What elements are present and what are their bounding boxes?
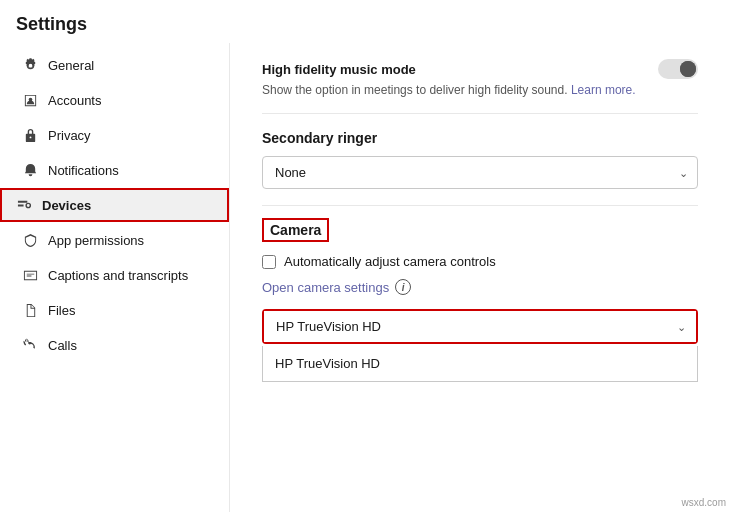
sidebar-item-privacy-label: Privacy xyxy=(48,128,91,143)
sidebar-item-privacy[interactable]: Privacy xyxy=(6,118,223,152)
learn-more-link[interactable]: Learn more. xyxy=(571,83,636,97)
person-square-icon xyxy=(22,92,38,108)
sidebar-item-files-label: Files xyxy=(48,303,75,318)
open-camera-settings-link[interactable]: Open camera settings xyxy=(262,280,389,295)
auto-adjust-label: Automatically adjust camera controls xyxy=(284,254,496,269)
shield-icon xyxy=(22,232,38,248)
high-fidelity-toggle[interactable] xyxy=(658,59,698,79)
camera-dropdown-option[interactable]: HP TrueVision HD xyxy=(262,346,698,382)
lock-icon xyxy=(22,127,38,143)
camera-dropdown[interactable]: HP TrueVision HD xyxy=(264,311,696,342)
bell-icon xyxy=(22,162,38,178)
page-title: Settings xyxy=(0,0,730,43)
sidebar-item-accounts[interactable]: Accounts xyxy=(6,83,223,117)
sidebar-item-general-label: General xyxy=(48,58,94,73)
open-camera-settings-row: Open camera settings i xyxy=(262,279,698,295)
sidebar-item-devices[interactable]: Devices xyxy=(0,188,229,222)
sidebar-item-devices-label: Devices xyxy=(42,198,91,213)
high-fidelity-desc: Show the option in meetings to deliver h… xyxy=(262,83,698,97)
caption-icon xyxy=(22,267,38,283)
high-fidelity-label: High fidelity music mode xyxy=(262,62,416,77)
secondary-ringer-section: Secondary ringer None Default Speaker ⌄ xyxy=(262,114,698,206)
gear-icon xyxy=(22,57,38,73)
sidebar-item-files[interactable]: Files xyxy=(6,293,223,327)
sidebar: General Accounts Privacy xyxy=(0,43,230,512)
sidebar-item-captions[interactable]: Captions and transcripts xyxy=(6,258,223,292)
info-icon[interactable]: i xyxy=(395,279,411,295)
secondary-ringer-dropdown[interactable]: None Default Speaker xyxy=(262,156,698,189)
sidebar-item-app-permissions[interactable]: App permissions xyxy=(6,223,223,257)
auto-adjust-checkbox[interactable] xyxy=(262,255,276,269)
watermark: wsxd.com xyxy=(682,497,726,508)
camera-label: Camera xyxy=(262,218,329,242)
file-icon xyxy=(22,302,38,318)
content-area: High fidelity music mode Show the option… xyxy=(230,43,730,512)
devices-icon xyxy=(16,197,32,213)
main-layout: General Accounts Privacy xyxy=(0,43,730,512)
sidebar-item-calls-label: Calls xyxy=(48,338,77,353)
high-fidelity-section: High fidelity music mode Show the option… xyxy=(262,43,698,114)
auto-adjust-row: Automatically adjust camera controls xyxy=(262,254,698,269)
phone-icon xyxy=(22,337,38,353)
camera-dropdown-wrapper: HP TrueVision HD ⌄ xyxy=(262,309,698,344)
settings-window: Settings General Accounts xyxy=(0,0,730,512)
secondary-ringer-dropdown-container: None Default Speaker ⌄ xyxy=(262,156,698,189)
secondary-ringer-label: Secondary ringer xyxy=(262,130,698,146)
sidebar-item-app-permissions-label: App permissions xyxy=(48,233,144,248)
camera-section: Camera Automatically adjust camera contr… xyxy=(262,206,698,394)
sidebar-item-notifications-label: Notifications xyxy=(48,163,119,178)
sidebar-item-captions-label: Captions and transcripts xyxy=(48,268,188,283)
sidebar-item-notifications[interactable]: Notifications xyxy=(6,153,223,187)
sidebar-item-general[interactable]: General xyxy=(6,48,223,82)
sidebar-item-accounts-label: Accounts xyxy=(48,93,101,108)
sidebar-item-calls[interactable]: Calls xyxy=(6,328,223,362)
